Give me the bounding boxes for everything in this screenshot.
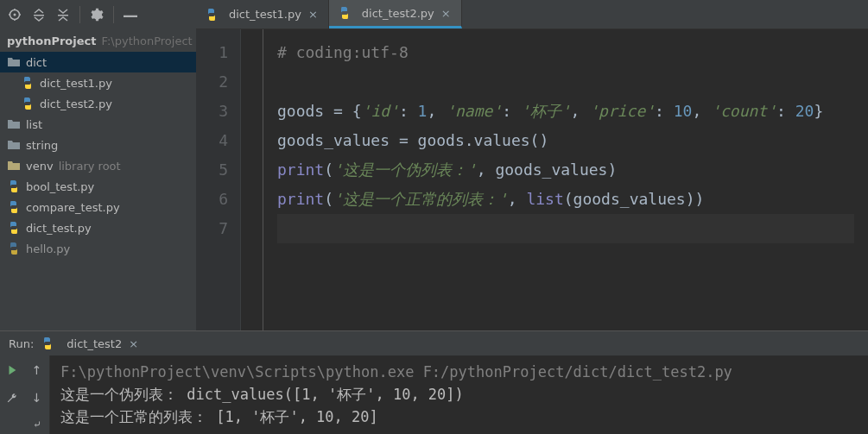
svg-rect-7 [58, 15, 68, 16]
scroll-up-icon[interactable]: ↑ [28, 361, 47, 380]
wrench-icon[interactable] [3, 388, 22, 407]
output-line: 这是一个伪列表： dict_values([1, '杯子', 10, 20]) [60, 383, 858, 406]
run-config-label[interactable]: dict_test2 [67, 337, 122, 350]
soft-wrap-icon[interactable]: ⤶ [28, 415, 47, 434]
python-file-icon [338, 6, 352, 20]
run-header: Run: dict_test2 × [0, 331, 868, 355]
tab-label: dict_test2.py [362, 7, 434, 20]
scroll-down-icon[interactable]: ↓ [28, 388, 47, 407]
folding-gutter[interactable] [241, 29, 263, 330]
line-gutter[interactable]: 1234567 [196, 29, 241, 330]
file-compare-test[interactable]: compare_test.py [0, 197, 196, 217]
folder-string[interactable]: string [0, 135, 196, 155]
file-dict-test1[interactable]: dict_test1.py [0, 72, 196, 93]
tree-label: dict_test1.py [40, 77, 112, 90]
folder-icon [7, 117, 21, 131]
tree-label: dict [26, 56, 47, 69]
project-name-label: pythonProject [7, 35, 97, 47]
hide-panel-icon[interactable]: — [121, 5, 140, 24]
select-opened-file-icon[interactable] [5, 5, 24, 24]
library-root-note: library root [59, 160, 121, 173]
editor-tabbar: dict_test1.py × dict_test2.py × [196, 0, 868, 29]
file-dict-test2[interactable]: dict_test2.py [0, 93, 196, 114]
file-dict-test[interactable]: dict_test.py [0, 217, 196, 238]
folder-icon [7, 159, 21, 173]
folder-icon [7, 138, 21, 152]
folder-list[interactable]: list [0, 114, 196, 135]
project-tree: pythonProject F:\pythonProject dict dict… [0, 29, 196, 330]
project-root[interactable]: pythonProject F:\pythonProject [0, 29, 196, 52]
python-file-icon [41, 337, 54, 350]
python-file-icon [7, 179, 21, 193]
folder-venv[interactable]: venv library root [0, 155, 196, 176]
file-bool-test[interactable]: bool_test.py [0, 176, 196, 197]
close-icon[interactable]: × [129, 337, 138, 350]
file-hello[interactable]: hello.py [0, 238, 196, 259]
python-file-icon [21, 97, 35, 110]
run-label: Run: [9, 337, 34, 350]
run-sidebar-tools [0, 355, 24, 434]
project-toolbar: — [0, 0, 196, 29]
project-path-label: F:\pythonProject [102, 35, 193, 47]
tree-label: string [26, 139, 58, 152]
close-icon[interactable]: × [307, 8, 320, 21]
editor-area: dict_test1.py × dict_test2.py × 1234567 … [196, 0, 868, 330]
python-file-icon [7, 242, 21, 255]
folder-dict[interactable]: dict [0, 52, 196, 72]
collapse-all-icon[interactable] [54, 5, 73, 24]
output-line: 这是一个正常的列表： [1, '杯子', 10, 20] [60, 406, 858, 428]
run-output[interactable]: F:\pythonProject\venv\Scripts\python.exe… [50, 355, 868, 434]
tab-dict-test1[interactable]: dict_test1.py × [196, 0, 329, 28]
tree-label: bool_test.py [26, 180, 94, 193]
gear-icon[interactable] [87, 5, 106, 24]
svg-point-1 [14, 14, 16, 16]
run-command: F:\pythonProject\venv\Scripts\python.exe… [60, 361, 858, 383]
tree-label: venv [26, 160, 54, 173]
run-panel: Run: dict_test2 × ↑ ↓ ⤶ F:\pythonProject… [0, 330, 868, 434]
tree-label: dict_test.py [26, 222, 92, 235]
tree-label: dict_test2.py [40, 97, 112, 110]
tree-label: compare_test.py [26, 201, 120, 214]
tree-label: hello.py [26, 242, 70, 255]
folder-icon [7, 55, 21, 69]
rerun-icon[interactable] [3, 361, 22, 380]
python-file-icon [21, 76, 35, 90]
python-file-icon [7, 200, 21, 214]
close-icon[interactable]: × [440, 7, 453, 20]
tab-label: dict_test1.py [229, 8, 301, 21]
expand-all-icon[interactable] [29, 5, 48, 24]
run-output-tools: ↑ ↓ ⤶ [24, 355, 50, 434]
svg-rect-6 [34, 15, 44, 16]
tree-label: list [26, 118, 42, 131]
python-file-icon [205, 8, 219, 22]
code-editor[interactable]: # coding:utf-8 goods = {'id': 1, 'name':… [263, 29, 868, 330]
tab-dict-test2[interactable]: dict_test2.py × [329, 0, 462, 28]
python-file-icon [7, 221, 21, 235]
project-sidebar: — pythonProject F:\pythonProject dict di… [0, 0, 196, 330]
